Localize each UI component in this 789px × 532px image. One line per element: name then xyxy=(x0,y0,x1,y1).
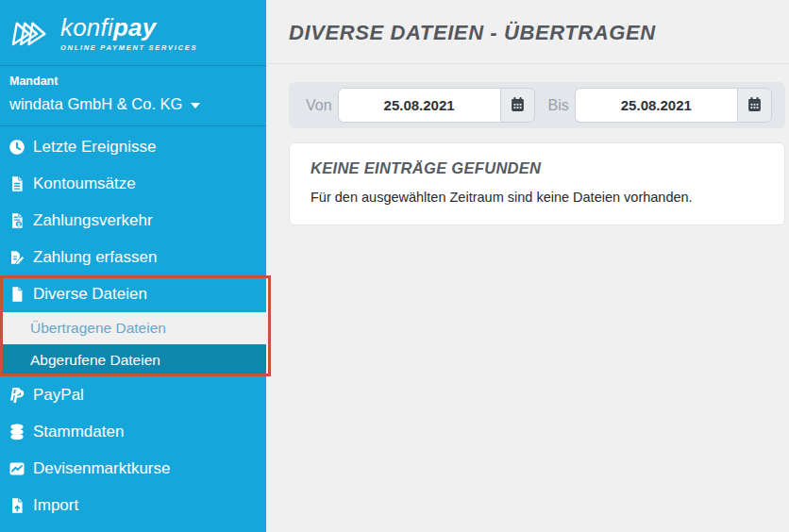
from-date-group xyxy=(338,88,535,123)
content-area: Von xyxy=(266,64,789,225)
from-label: Von xyxy=(298,97,338,114)
date-filter-bar: Von xyxy=(289,82,785,128)
sidebar-item-zahlungsverkehr[interactable]: $ Zahlungsverkehr xyxy=(0,202,266,239)
sidebar-subitem-label: Übertragene Dateien xyxy=(30,320,166,337)
logo-text: konfipay ONLINE PAYMENT SERVICES xyxy=(60,13,197,52)
logo-name-light: konfi xyxy=(60,13,113,42)
sidebar-item-label: PayPal xyxy=(33,386,84,405)
sidebar-subitem-uebertragene-dateien[interactable]: Übertragene Dateien xyxy=(0,312,266,344)
logo[interactable]: konfipay ONLINE PAYMENT SERVICES xyxy=(0,0,266,66)
file-lines-icon xyxy=(8,175,26,192)
file-icon xyxy=(8,285,26,303)
mandant-section: Mandant windata GmbH & Co. KG xyxy=(0,66,266,126)
file-signature-icon xyxy=(8,248,26,266)
from-date-input[interactable] xyxy=(338,88,500,123)
calendar-icon xyxy=(510,96,526,115)
calendar-icon xyxy=(747,96,763,115)
sidebar-item-devisenmarktkurse[interactable]: Devisenmarktkurse xyxy=(0,450,266,487)
to-label: Bis xyxy=(541,97,575,114)
sidebar-item-label: Diverse Dateien xyxy=(33,285,147,304)
sidebar-item-letzte-ereignisse[interactable]: Letzte Ereignisse xyxy=(0,128,266,165)
sidebar-item-label: Letzte Ereignisse xyxy=(33,138,156,157)
chart-line-icon xyxy=(8,459,26,477)
sidebar-nav: Letzte Ereignisse Kontoumsätze xyxy=(0,126,266,524)
page-header: DIVERSE DATEIEN - ÜBERTRAGEN xyxy=(266,0,789,64)
sidebar-item-stammdaten[interactable]: Stammdaten xyxy=(0,413,266,450)
sidebar-item-label: Devisenmarktkurse xyxy=(33,459,171,478)
database-icon xyxy=(8,423,26,441)
empty-state-card: KEINE EINTRÄGE GEFUNDEN Für den ausgewäh… xyxy=(289,142,785,225)
file-import-icon xyxy=(8,496,26,514)
sidebar-item-diverse-dateien[interactable]: Diverse Dateien xyxy=(0,275,266,312)
sidebar-item-label: Zahlung erfassen xyxy=(33,248,157,267)
mandant-value: windata GmbH & Co. KG xyxy=(9,95,182,113)
clock-icon xyxy=(8,138,26,156)
sidebar-subitem-label: Abgerufene Dateien xyxy=(30,352,160,369)
sidebar-item-label: Kontoumsätze xyxy=(33,175,136,193)
chevron-down-icon xyxy=(191,103,200,108)
empty-state-message: Für den ausgewählten Zeitraum sind keine… xyxy=(311,190,764,205)
sidebar-subitem-abgerufene-dateien[interactable]: Abgerufene Dateien xyxy=(0,344,266,376)
logo-name-bold: pay xyxy=(113,13,156,42)
mandant-selector[interactable]: windata GmbH & Co. KG xyxy=(9,95,257,113)
main-content: DIVERSE DATEIEN - ÜBERTRAGEN Von xyxy=(266,0,789,532)
sidebar-item-kontoumsaetze[interactable]: Kontoumsätze xyxy=(0,165,266,202)
paypal-icon xyxy=(8,386,26,404)
mandant-label: Mandant xyxy=(9,75,257,88)
from-calendar-button[interactable] xyxy=(500,88,535,123)
to-date-group xyxy=(575,88,772,123)
to-date-input[interactable] xyxy=(575,88,737,123)
logo-tagline: ONLINE PAYMENT SERVICES xyxy=(60,43,197,52)
to-calendar-button[interactable] xyxy=(737,88,772,123)
sidebar: konfipay ONLINE PAYMENT SERVICES Mandant… xyxy=(0,0,266,532)
sidebar-item-label: Stammdaten xyxy=(33,423,124,441)
konfipay-logo-icon xyxy=(8,14,55,52)
file-invoice-dollar-icon: $ xyxy=(8,211,26,229)
sidebar-item-zahlung-erfassen[interactable]: Zahlung erfassen xyxy=(0,239,266,275)
diverse-dateien-group: Diverse Dateien Übertragene Dateien Abge… xyxy=(0,275,266,376)
empty-state-heading: KEINE EINTRÄGE GEFUNDEN xyxy=(311,159,764,177)
sidebar-item-import[interactable]: Import xyxy=(0,487,266,524)
sidebar-item-label: Zahlungsverkehr xyxy=(33,211,153,230)
sidebar-item-paypal[interactable]: PayPal xyxy=(0,376,266,413)
page-title: DIVERSE DATEIEN - ÜBERTRAGEN xyxy=(289,21,766,45)
sidebar-item-label: Import xyxy=(33,496,78,515)
